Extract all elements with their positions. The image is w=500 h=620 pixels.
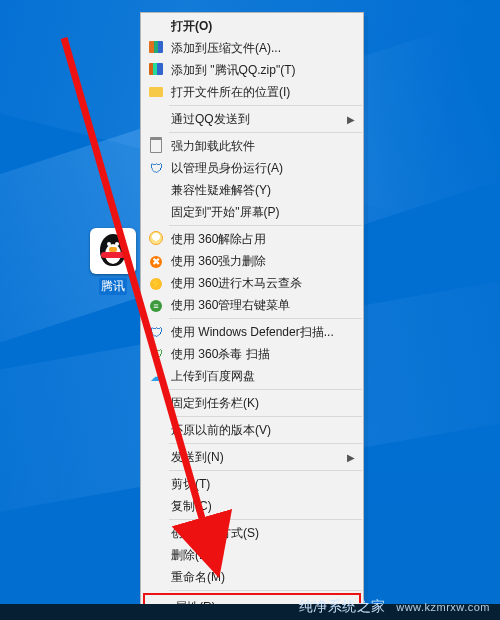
menu-360-trojan-scan[interactable]: ⚡使用 360进行木马云查杀 [141,272,363,294]
chevron-right-icon: ▶ [347,114,355,125]
menu-separator [169,105,362,106]
shield-icon: 🛡 [147,161,165,176]
menu-send-to[interactable]: 发送到(N)▶ [141,446,363,468]
menu-separator [169,416,362,417]
menu-cut[interactable]: 剪切(T) [141,473,363,495]
menu-360-unlock[interactable]: 使用 360解除占用 [141,228,363,250]
archive-icon [147,41,165,56]
menu-360-antivirus-scan[interactable]: 🛡使用 360杀毒 扫描 [141,343,363,365]
watermark: 纯净系统之家 www.kzmrxw.com [299,598,490,616]
menu-restore-previous[interactable]: 还原以前的版本(V) [141,419,363,441]
menu-separator [169,318,362,319]
menu-copy[interactable]: 复制(C) [141,495,363,517]
menu-run-as-admin[interactable]: 🛡以管理员身份运行(A) [141,157,363,179]
menu-separator [169,132,362,133]
menu-open[interactable]: 打开(O) [141,15,363,37]
cloud-icon: ☁ [147,369,165,384]
antivirus-icon: 🛡 [147,347,165,362]
desktop-icon-qq[interactable]: 腾讯 [78,228,148,295]
context-menu: 打开(O) 添加到压缩文件(A)... 添加到 "腾讯QQ.zip"(T) 打开… [140,12,364,620]
menu-force-uninstall[interactable]: 强力卸载此软件 [141,135,363,157]
delete-icon: ✖ [147,254,165,268]
menu-separator [169,389,362,390]
menu-create-shortcut[interactable]: 创建快捷方式(S) [141,522,363,544]
menu-compat-troubleshoot[interactable]: 兼容性疑难解答(Y) [141,179,363,201]
menu-separator [169,443,362,444]
menu-360-context-menu[interactable]: ≡使用 360管理右键菜单 [141,294,363,316]
watermark-domain: www.kzmrxw.com [396,601,490,613]
menu-add-to-archive[interactable]: 添加到压缩文件(A)... [141,37,363,59]
menu-qq-send-to[interactable]: 通过QQ发送到▶ [141,108,363,130]
menu-delete[interactable]: 删除(D) [141,544,363,566]
watermark-brand: 纯净系统之家 [299,598,386,614]
qq-icon [90,228,136,274]
menu-separator [169,470,362,471]
menu-rename[interactable]: 重命名(M) [141,566,363,588]
menu-manage-icon: ≡ [147,298,165,312]
folder-icon [147,85,165,99]
archive-icon [147,63,165,78]
menu-open-file-location[interactable]: 打开文件所在的位置(I) [141,81,363,103]
menu-upload-baidu[interactable]: ☁上传到百度网盘 [141,365,363,387]
desktop: 腾讯 打开(O) 添加到压缩文件(A)... 添加到 "腾讯QQ.zip"(T)… [0,0,500,620]
trash-icon [147,137,165,156]
menu-separator [169,590,362,591]
unlock-icon [147,231,165,248]
menu-pin-to-taskbar[interactable]: 固定到任务栏(K) [141,392,363,414]
chevron-right-icon: ▶ [347,452,355,463]
menu-separator [169,519,362,520]
desktop-icon-label: 腾讯 [99,278,127,295]
menu-windows-defender-scan[interactable]: 🛡使用 Windows Defender扫描... [141,321,363,343]
menu-add-to-zip[interactable]: 添加到 "腾讯QQ.zip"(T) [141,59,363,81]
menu-360-force-delete[interactable]: ✖使用 360强力删除 [141,250,363,272]
menu-separator [169,225,362,226]
defender-icon: 🛡 [147,325,165,340]
menu-pin-to-start[interactable]: 固定到"开始"屏幕(P) [141,201,363,223]
scan-icon: ⚡ [147,276,165,290]
